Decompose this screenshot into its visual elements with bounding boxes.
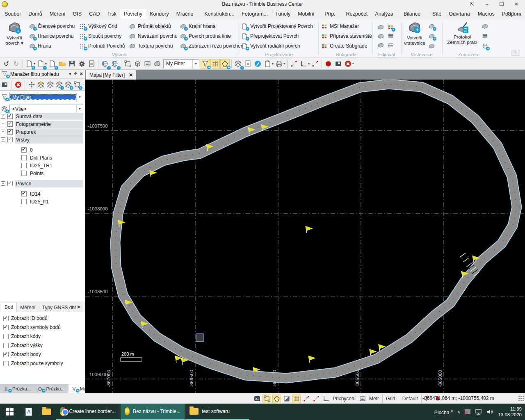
report-button[interactable] <box>243 59 253 68</box>
globe-view-button[interactable] <box>110 59 119 68</box>
tree-checkbox[interactable] <box>21 191 27 196</box>
save-button[interactable] <box>67 59 77 68</box>
polygon-select-toggle[interactable] <box>272 395 281 403</box>
plan-view-button[interactable] <box>123 59 132 68</box>
ribbon-tab[interactable]: Macros <box>474 9 498 19</box>
earthworks-report-button[interactable]: Protokol Zemních prací <box>447 21 477 52</box>
tree-row[interactable]: Points <box>1 169 83 177</box>
ribbon-tab[interactable]: Mobilní M... <box>294 9 321 19</box>
map-tab[interactable]: Mapa [My Filter] ✕ <box>86 70 136 80</box>
point-panel-tab[interactable]: Měření <box>17 304 39 312</box>
edit-surface-icon[interactable] <box>377 33 384 39</box>
snap-label[interactable]: Přichycení <box>331 396 357 402</box>
trimble-sync-icon[interactable]: ↻ ▾ <box>512 11 521 17</box>
desktop-toolbar[interactable]: Plocha » <box>434 409 453 415</box>
tree-row[interactable]: Drill Plans <box>1 154 83 162</box>
tree-row[interactable]: 0 <box>1 146 83 154</box>
tree-checkbox[interactable] <box>7 121 13 127</box>
ribbon-tab[interactable]: Sítě <box>429 9 445 19</box>
pan-button[interactable] <box>28 80 35 89</box>
ribbon-tab[interactable]: Konstrukčn... <box>201 9 238 19</box>
tree-row[interactable]: − Povrch <box>1 180 83 187</box>
ribbon-item[interactable]: Sloučit povrchy <box>79 31 125 41</box>
taskbar-tbc-button[interactable]: Bez názvu - Trimble... <box>121 404 185 420</box>
clipboard-button[interactable] <box>263 59 272 68</box>
edit-tiles-icon[interactable] <box>387 33 394 39</box>
taskbar-folder-button[interactable]: test softwaru <box>185 404 249 420</box>
point-option[interactable]: Zobrazit pouze symboly <box>0 359 85 368</box>
style-label[interactable]: Default <box>401 396 419 402</box>
tree-checkbox[interactable] <box>21 163 27 168</box>
ribbon-tab[interactable]: Analýza bil... <box>371 9 400 19</box>
contour-labels-icon[interactable] <box>428 33 435 39</box>
minimize-button[interactable]: – <box>482 1 491 8</box>
option-checkbox[interactable] <box>3 352 9 357</box>
snap-point-icon[interactable] <box>302 395 310 403</box>
open-button[interactable] <box>57 59 67 68</box>
selection-sets-toggle[interactable] <box>220 59 230 68</box>
filter-select[interactable]: My Filter ▾ <box>9 93 83 101</box>
option-checkbox[interactable] <box>3 343 9 348</box>
tree-checkbox[interactable] <box>21 147 27 153</box>
switch-view-button[interactable] <box>1 80 8 89</box>
expand-toggle[interactable]: + <box>1 130 5 134</box>
measure-button[interactable] <box>289 59 299 68</box>
point-option[interactable]: Zobrazit symboly bodů <box>0 323 85 332</box>
tree-checkbox[interactable] <box>7 137 13 142</box>
view-filter-combo[interactable]: My Filter ▾ <box>163 59 199 68</box>
toolbar-overflow-icon[interactable]: ⹀ <box>83 82 84 87</box>
grid-label[interactable]: Grid <box>385 396 397 402</box>
network-icon[interactable] <box>475 409 482 415</box>
inverse-select-icon[interactable] <box>282 395 291 403</box>
tree-row[interactable]: ID25_TR1 <box>1 162 83 169</box>
edit-explode-icon[interactable] <box>377 42 384 48</box>
start-button[interactable] <box>0 404 20 420</box>
tree-checkbox[interactable] <box>7 114 13 119</box>
ribbon-item[interactable]: Navázání povrchu <box>129 31 178 41</box>
create-contours-button[interactable]: + Vytvořit vrstevnice <box>403 21 427 52</box>
measure-angle-button[interactable] <box>299 59 308 68</box>
filter-window-button[interactable] <box>74 80 81 89</box>
overflow-icon[interactable]: » <box>451 409 453 413</box>
view-lock-icon[interactable] <box>482 23 488 30</box>
map-tab-close-icon[interactable]: ✕ <box>129 72 133 78</box>
record-button[interactable] <box>324 59 333 68</box>
pin-window-icon[interactable]: ⇱ <box>468 1 477 8</box>
ribbon-tab[interactable]: Soubor <box>1 9 25 19</box>
clock[interactable]: 11:39 13.08.2020 <box>498 406 522 418</box>
filter-manager-toggle[interactable] <box>201 59 210 68</box>
panel-header[interactable]: Manažer filtru pohledu ▾ ✕ <box>0 70 85 79</box>
ribbon-item[interactable]: MSI Manažer <box>321 21 372 31</box>
project-settings-button[interactable] <box>87 59 96 68</box>
surface-view-button[interactable] <box>153 59 162 68</box>
layer-manager-toggle[interactable] <box>210 59 220 68</box>
layers-new-button[interactable] <box>64 80 72 89</box>
tray-chevron-icon[interactable]: ∧ <box>457 409 460 415</box>
ribbon-item[interactable]: Krajní hrana <box>180 21 245 31</box>
edit-list-icon[interactable] <box>387 42 394 48</box>
layers-yellow-button[interactable] <box>37 80 45 89</box>
point-panel-tab[interactable]: Bod <box>1 303 17 312</box>
ribbon-item[interactable]: Hranice povrchu <box>29 31 75 41</box>
volume-icon[interactable] <box>486 409 494 415</box>
command-prompt-icon[interactable] <box>253 395 261 403</box>
point-option[interactable]: Zobrazit body <box>0 350 85 359</box>
expand-toggle[interactable]: − <box>1 137 5 142</box>
tree-checkbox[interactable] <box>21 171 27 176</box>
ribbon-tab[interactable]: Koridory <box>146 9 173 19</box>
expand-toggle[interactable]: + <box>1 122 5 126</box>
restore-button[interactable]: ❐ <box>497 1 506 8</box>
option-checkbox[interactable] <box>3 361 9 366</box>
ribbon-tab[interactable]: Příp. dat <box>321 9 342 19</box>
map-view[interactable]: Mapa [My Filter] ✕ -1007500-1008000-1008… <box>85 70 525 393</box>
ribbon-tab[interactable]: Měření <box>46 9 69 19</box>
background-image-icon[interactable] <box>358 395 367 403</box>
ribbon-item[interactable]: Povrch protíná linie <box>180 31 245 41</box>
tree-row[interactable]: + Fotogrammetrie <box>1 120 83 128</box>
rect-select-toggle[interactable] <box>262 395 271 403</box>
edit-button[interactable] <box>253 59 262 68</box>
tree-row[interactable]: + Surová data <box>1 112 83 120</box>
ribbon-tab[interactable]: Domů <box>25 9 46 19</box>
tree-row[interactable]: ID14 <box>1 190 83 198</box>
combo-arrow-icon[interactable]: ▾ <box>76 105 83 113</box>
